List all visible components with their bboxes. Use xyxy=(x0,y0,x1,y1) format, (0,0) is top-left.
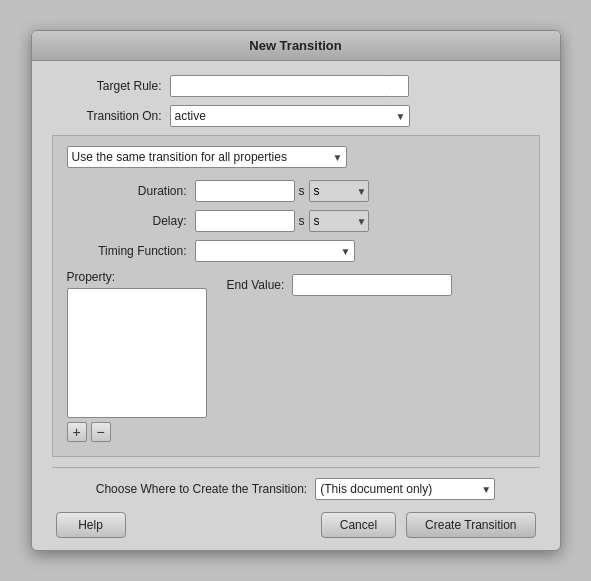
transition-on-row: Transition On: active hover focus visite… xyxy=(52,105,540,127)
timing-wrapper: ease linear ease-in ease-out ease-in-out… xyxy=(195,240,355,262)
property-label: Property: xyxy=(67,270,207,284)
remove-property-button[interactable]: − xyxy=(91,422,111,442)
target-rule-label: Target Rule: xyxy=(52,79,162,93)
delay-unit-wrapper: s ms ▼ xyxy=(309,210,369,232)
transition-on-wrapper: active hover focus visited ▼ xyxy=(170,105,410,127)
help-button[interactable]: Help xyxy=(56,512,126,538)
same-transition-wrapper: Use the same transition for all properti… xyxy=(67,146,347,168)
add-property-button[interactable]: + xyxy=(67,422,87,442)
property-section: Property: + − End Value: xyxy=(67,270,525,442)
cancel-button[interactable]: Cancel xyxy=(321,512,396,538)
delay-unit-select[interactable]: s ms xyxy=(309,210,369,232)
where-select[interactable]: (This document only) External stylesheet xyxy=(315,478,495,500)
target-rule-row: Target Rule: xyxy=(52,75,540,97)
where-wrapper: (This document only) External stylesheet… xyxy=(315,478,495,500)
end-value-row: End Value: xyxy=(227,274,453,296)
divider xyxy=(52,467,540,468)
dialog-title: New Transition xyxy=(32,31,560,61)
where-label: Choose Where to Create the Transition: xyxy=(96,482,307,496)
duration-input[interactable] xyxy=(195,180,295,202)
footer-buttons: Help Cancel Create Transition xyxy=(52,512,540,538)
transition-panel: Use the same transition for all properti… xyxy=(52,135,540,457)
property-left: Property: + − xyxy=(67,270,207,442)
duration-label: Duration: xyxy=(67,184,187,198)
duration-unit: s xyxy=(299,184,305,198)
duration-unit-select[interactable]: s ms xyxy=(309,180,369,202)
delay-row: Delay: s s ms ▼ xyxy=(67,210,525,232)
timing-select[interactable]: ease linear ease-in ease-out ease-in-out xyxy=(195,240,355,262)
same-transition-select[interactable]: Use the same transition for all properti… xyxy=(67,146,347,168)
end-value-input[interactable] xyxy=(292,274,452,296)
delay-input[interactable] xyxy=(195,210,295,232)
duration-wrapper: s s ms ▼ xyxy=(195,180,369,202)
delay-wrapper: s s ms ▼ xyxy=(195,210,369,232)
transition-on-label: Transition On: xyxy=(52,109,162,123)
panel-header: Use the same transition for all properti… xyxy=(67,146,525,168)
where-row: Choose Where to Create the Transition: (… xyxy=(52,478,540,500)
dialog-body: Target Rule: Transition On: active hover… xyxy=(32,61,560,550)
target-rule-input[interactable] xyxy=(170,75,388,97)
duration-unit-wrapper: s ms ▼ xyxy=(309,180,369,202)
property-buttons: + − xyxy=(67,422,207,442)
target-rule-dropdown[interactable] xyxy=(387,75,409,97)
delay-unit: s xyxy=(299,214,305,228)
timing-label: Timing Function: xyxy=(67,244,187,258)
timing-row: Timing Function: ease linear ease-in eas… xyxy=(67,240,525,262)
delay-label: Delay: xyxy=(67,214,187,228)
property-right: End Value: xyxy=(227,270,453,442)
duration-row: Duration: s s ms ▼ xyxy=(67,180,525,202)
property-list[interactable] xyxy=(67,288,207,418)
new-transition-dialog: New Transition Target Rule: Transition O… xyxy=(31,30,561,551)
end-value-label: End Value: xyxy=(227,278,285,292)
transition-on-select[interactable]: active hover focus visited xyxy=(170,105,410,127)
target-rule-wrapper xyxy=(170,75,410,97)
create-transition-button[interactable]: Create Transition xyxy=(406,512,535,538)
footer-right: Cancel Create Transition xyxy=(321,512,536,538)
